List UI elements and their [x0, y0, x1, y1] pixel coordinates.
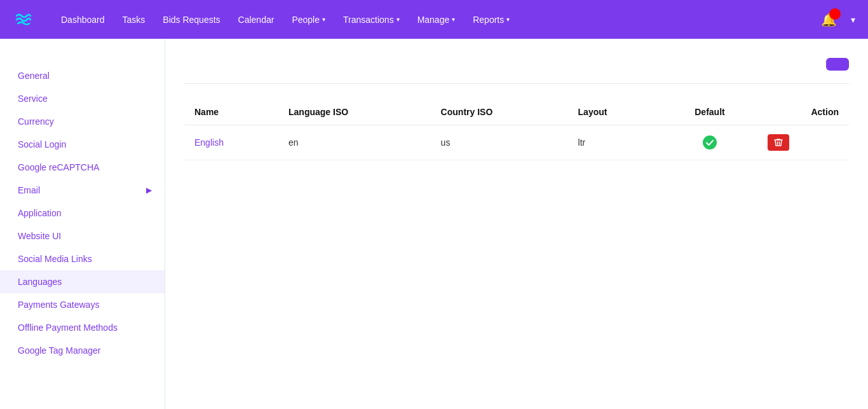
table-header: Name Language ISO Country ISO Layout Def… [184, 99, 849, 125]
sidebar-version [0, 54, 165, 64]
sidebar-item-label: Google Tag Manager [18, 345, 101, 356]
sidebar-item-general[interactable]: General [0, 64, 165, 87]
languages-table-container: Name Language ISO Country ISO Layout Def… [184, 99, 849, 160]
nav-item-calendar[interactable]: Calendar [231, 10, 282, 30]
col-header-action: Action [757, 99, 849, 125]
page-header [184, 58, 849, 71]
nav-dropdown-icon: ▾ [506, 16, 510, 23]
delete-button[interactable] [768, 134, 789, 151]
sidebar-item-website-ui[interactable]: Website UI [0, 225, 165, 247]
country-iso-cell: us [431, 125, 568, 160]
col-header-country-iso: Country ISO [431, 99, 568, 125]
nav-item-transactions[interactable]: Transactions▾ [336, 10, 407, 30]
nav-item-dashboard[interactable]: Dashboard [53, 10, 112, 30]
navbar-nav: DashboardTasksBids RequestsCalendarPeopl… [53, 10, 821, 30]
sidebar-item-label: Social Login [18, 139, 66, 149]
language-iso-cell: en [278, 125, 431, 160]
sidebar: GeneralServiceCurrencySocial LoginGoogle… [0, 39, 165, 409]
nav-item-people[interactable]: People▾ [284, 10, 333, 30]
sidebar-item-application[interactable]: Application [0, 202, 165, 225]
default-cell [662, 125, 758, 160]
nav-dropdown-icon: ▾ [452, 16, 455, 23]
svg-point-1 [703, 135, 717, 149]
col-header-language-iso: Language ISO [278, 99, 431, 125]
sidebar-item-google-tag-manager[interactable]: Google Tag Manager [0, 339, 165, 362]
nav-item-bids-requests[interactable]: Bids Requests [155, 10, 227, 30]
user-menu[interactable]: ▾ [847, 15, 855, 25]
sidebar-item-email[interactable]: Email▶ [0, 179, 165, 202]
sidebar-item-label: Currency [18, 116, 54, 127]
action-cell [757, 125, 849, 160]
user-chevron-icon: ▾ [851, 15, 855, 25]
sidebar-item-social-login[interactable]: Social Login [0, 133, 165, 156]
nav-item-reports[interactable]: Reports▾ [465, 10, 517, 30]
sidebar-item-label: Website UI [18, 231, 61, 241]
sidebar-item-payments-gateways[interactable]: Payments Gateways [0, 293, 165, 316]
sidebar-item-label: Social Media Links [18, 254, 92, 264]
sidebar-item-label: General [18, 71, 50, 81]
table-header-row: Name Language ISO Country ISO Layout Def… [184, 99, 849, 125]
sidebar-items-container: GeneralServiceCurrencySocial LoginGoogle… [0, 64, 165, 362]
sidebar-item-currency[interactable]: Currency [0, 110, 165, 133]
nav-dropdown-icon: ▾ [322, 16, 325, 23]
nav-dropdown-icon: ▾ [397, 16, 400, 23]
sidebar-item-label: Offline Payment Methods [18, 322, 118, 333]
sidebar-item-label: Service [18, 94, 48, 104]
sidebar-item-label: Languages [18, 277, 62, 287]
sidebar-item-arrow-icon: ▶ [146, 186, 152, 195]
nav-item-manage[interactable]: Manage▾ [410, 10, 463, 30]
table-body: Englishenusltr [184, 125, 849, 160]
layout: GeneralServiceCurrencySocial LoginGoogle… [0, 39, 868, 409]
brand-icon [13, 10, 33, 30]
sidebar-item-label: Google reCAPTCHA [18, 162, 99, 172]
navbar: DashboardTasksBids RequestsCalendarPeopl… [0, 0, 868, 39]
col-header-name: Name [184, 99, 278, 125]
trash-icon [774, 138, 783, 147]
table-row: Englishenusltr [184, 125, 849, 160]
col-header-default: Default [662, 99, 758, 125]
header-divider [184, 83, 849, 84]
sidebar-item-label: Email [18, 185, 40, 195]
notification-badge [829, 8, 841, 20]
add-new-button[interactable] [826, 58, 849, 71]
notification-button[interactable]: 🔔 [821, 12, 837, 27]
nav-item-tasks[interactable]: Tasks [115, 10, 153, 30]
sidebar-item-offline-payment-methods[interactable]: Offline Payment Methods [0, 316, 165, 339]
main-content: Name Language ISO Country ISO Layout Def… [165, 39, 868, 409]
default-check-icon [672, 135, 748, 149]
sidebar-item-google-recaptcha[interactable]: Google reCAPTCHA [0, 156, 165, 179]
sidebar-item-label: Payments Gateways [18, 300, 99, 310]
language-name-link[interactable]: English [194, 137, 224, 148]
layout-cell: ltr [568, 125, 662, 160]
languages-table: Name Language ISO Country ISO Layout Def… [184, 99, 849, 160]
sidebar-item-languages[interactable]: Languages [0, 270, 165, 293]
col-header-layout: Layout [568, 99, 662, 125]
sidebar-item-service[interactable]: Service [0, 87, 165, 110]
navbar-right: 🔔 ▾ [821, 12, 855, 27]
sidebar-item-label: Application [18, 208, 62, 218]
brand-logo[interactable] [13, 10, 38, 30]
sidebar-item-social-media-links[interactable]: Social Media Links [0, 247, 165, 270]
